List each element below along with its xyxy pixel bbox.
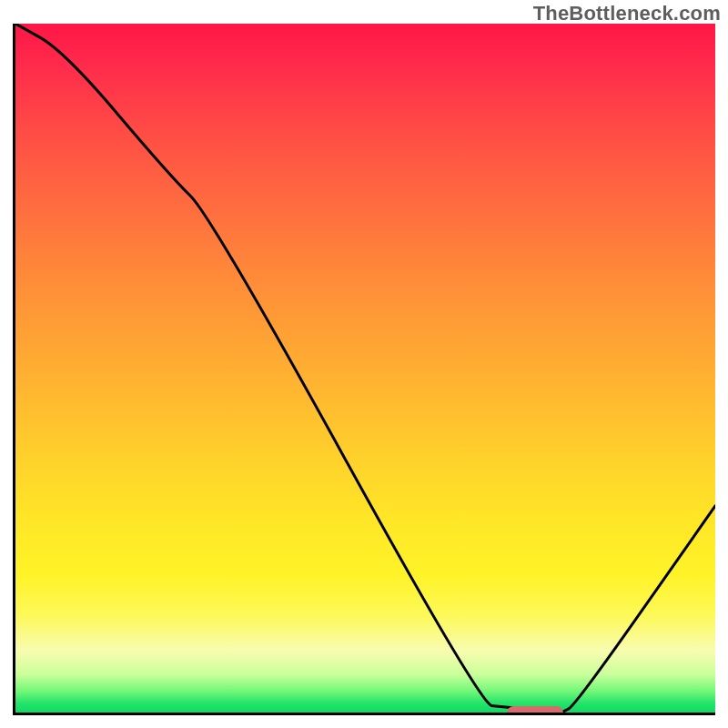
watermark-text: TheBottleneck.com: [533, 2, 721, 25]
optimal-range-marker: [507, 706, 563, 715]
plot-area: [13, 24, 715, 715]
chart-frame: TheBottleneck.com: [0, 0, 728, 728]
bottleneck-curve: [15, 24, 715, 713]
curve-path: [15, 24, 715, 713]
